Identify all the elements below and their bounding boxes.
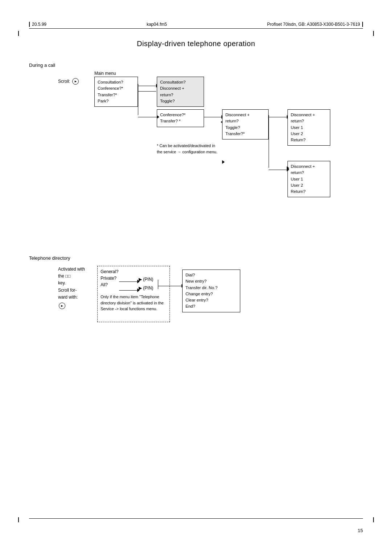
arrow-to-consultation <box>138 84 159 88</box>
cons-item-2: Disconnect + <box>160 85 201 92</box>
disc1-item-2: return? <box>291 118 327 124</box>
header-bar-left <box>29 22 30 27</box>
activated-text-1: Activated with <box>58 266 85 273</box>
arrow-conf-to-submenu <box>204 115 224 119</box>
dial-item-3: Transfer dir. No.? <box>185 285 237 291</box>
arrow-all-pin <box>119 288 140 292</box>
disconnect-box-2: Disconnect + return? User 1 User 2 Retur… <box>287 161 330 197</box>
scroll-forward-icon: ► <box>59 303 65 309</box>
tel-dir-diagram: Activated with the □□ key. Scroll for- w… <box>58 266 363 368</box>
disc2-item-2: return? <box>291 170 327 176</box>
disc2-item-4: User 2 <box>291 182 327 189</box>
arrow-line-private <box>119 281 137 282</box>
during-call-diagram: Main menu Scroll: ► Consultation? Confer… <box>58 70 363 237</box>
during-call-section: During a call Main menu Scroll: ► Consul… <box>29 62 363 237</box>
disc1-item-5: Return? <box>291 137 327 143</box>
scroll-icon: ► <box>72 78 79 85</box>
menu-item-transfer: Transfer?* <box>98 92 135 98</box>
header-right: Profiset 70isdn, GB: A30853-X300-B501-3-… <box>267 22 363 27</box>
disc2-item-5: Return? <box>291 189 327 195</box>
header-divider <box>29 28 363 29</box>
header-date: 20.5.99 <box>32 22 46 27</box>
arrow-head-conf-sub <box>157 115 159 119</box>
arrow-to-conference <box>138 91 156 92</box>
telephone-directory-section: Telephone directory Activated with the □… <box>29 255 363 368</box>
dial-item-6: End? <box>185 303 237 309</box>
activated-label-area: Activated with the □□ key. Scroll for- w… <box>58 266 85 309</box>
arrow-head-disc2-indicator <box>222 160 225 164</box>
dial-box: Dial? New entry? Transfer dir. No.? Chan… <box>182 270 240 312</box>
conf-sub-item-2: Transfer? * <box>160 118 201 124</box>
conference-submenu-box: Disconnect + return? Toggle? Transfer?* <box>222 109 269 139</box>
scroll-forward-icon-area: ► <box>58 302 85 309</box>
menu-item-consultation: Consultation? <box>98 79 135 85</box>
conf-menu-item-1: Disconnect + <box>225 112 265 118</box>
side-mark-bottom-right <box>373 517 374 522</box>
directory-dashed-box: General? Private? All? Only if the menu … <box>97 266 170 322</box>
main-menu-box: Consultation? Conference?* Transfer?* Pa… <box>94 77 138 107</box>
activated-text-2: the □□ <box>58 273 85 280</box>
header-bar-right <box>362 22 363 27</box>
scroll-label: Scroll: <box>58 79 70 84</box>
arrow-line-pin-dial <box>158 286 181 286</box>
conf-menu-item-2: return? <box>225 118 265 124</box>
arrow-line-conference <box>138 91 156 92</box>
arrow-to-disconnect1 <box>269 115 289 119</box>
main-menu-label: Main menu <box>94 70 116 77</box>
disc2-item-3: User 1 <box>291 176 327 182</box>
arrow-line-to-disc2 <box>269 170 287 170</box>
dir-item-general: General? <box>101 269 167 274</box>
vertical-pin-join <box>158 280 158 289</box>
header-file: kap04.fm5 <box>147 22 167 27</box>
pin-label-2: ▶ (PIN) <box>139 285 153 291</box>
conf-menu-item-3: Toggle? <box>225 125 265 131</box>
arrow-pin-to-dial <box>158 284 184 288</box>
disconnect-box-1: Disconnect + return? User 1 User 2 Retur… <box>287 109 330 146</box>
arrow-head-to-disc2 <box>287 168 289 171</box>
arrow-line-all <box>119 290 137 291</box>
disc2-item-1: Disconnect + <box>291 163 327 170</box>
header-product: Profiset 70isdn, GB: A30853-X300-B501-3-… <box>267 22 360 27</box>
side-mark-top-right <box>373 31 374 36</box>
tel-dir-label: Telephone directory <box>29 255 363 261</box>
arrow-to-disconnect2-indicator <box>222 160 225 164</box>
cons-item-1: Consultation? <box>160 79 201 85</box>
activated-text-4: Scroll for- <box>58 287 85 294</box>
cons-item-3: return? <box>160 92 201 98</box>
arrow-line-consultation <box>138 86 156 86</box>
side-mark-top-left <box>18 31 19 36</box>
page-number: 15 <box>358 528 363 533</box>
arrow-to-conf-sub <box>138 115 159 119</box>
activated-text-3: key. <box>58 280 85 287</box>
dial-item-1: Dial? <box>185 272 237 278</box>
arrow-to-disc2 <box>269 168 289 171</box>
page: 20.5.99 kap04.fm5 Profiset 70isdn, GB: A… <box>0 0 392 555</box>
conference-sub-box: Conference?* Transfer? * <box>157 109 204 127</box>
pin-label-1: ▶ (PIN) <box>139 277 153 282</box>
dial-item-4: Change entry? <box>185 291 237 297</box>
arrow-private-pin <box>119 280 140 283</box>
dial-item-2: New entry? <box>185 278 237 284</box>
dial-item-5: Clear entry? <box>185 297 237 303</box>
consultation-box: Consultation? Disconnect + return? Toggl… <box>157 77 204 107</box>
vertical-line-to-disc2 <box>269 115 269 168</box>
menu-item-conference: Conference?* <box>98 85 135 92</box>
disc1-item-1: Disconnect + <box>291 112 327 118</box>
conf-menu-item-4: Transfer?* <box>225 131 265 137</box>
arrow-line-conf-submenu <box>204 117 221 117</box>
during-call-label: During a call <box>29 62 363 68</box>
cons-item-4: Toggle? <box>160 98 201 104</box>
dir-item-all: All? <box>101 282 108 287</box>
disc1-item-3: User 1 <box>291 125 327 131</box>
side-mark-bottom-left <box>18 517 19 522</box>
vertical-connector <box>138 84 138 115</box>
dir-item-private: Private? <box>101 276 117 281</box>
header: 20.5.99 kap04.fm5 Profiset 70isdn, GB: A… <box>29 22 363 27</box>
menu-item-park: Park? <box>98 98 135 104</box>
header-left: 20.5.99 <box>29 22 46 27</box>
conf-sub-item-1: Conference?* <box>160 112 201 118</box>
only-note: Only if the menu item "Telephonedirector… <box>101 294 167 312</box>
activated-text-5: ward with: <box>58 294 85 301</box>
footer-divider <box>29 518 363 519</box>
arrow-line-disconnect1 <box>269 117 287 117</box>
